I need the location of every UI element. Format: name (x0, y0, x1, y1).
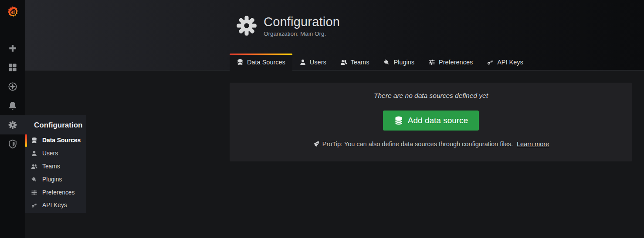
empty-datasources-panel: There are no data sources defined yet Ad… (230, 83, 632, 161)
gear-icon (235, 14, 258, 37)
page-content: There are no data sources defined yet Ad… (25, 83, 644, 161)
menu-item-api-keys[interactable]: API Keys (25, 199, 86, 212)
database-icon (237, 59, 244, 66)
protip-text: ProTip: You can also define data sources… (322, 141, 513, 147)
sidebar-item-dashboards[interactable] (0, 58, 25, 77)
dashboards-grid-icon (8, 63, 17, 72)
flyout-title: Configuration (25, 115, 86, 134)
rocket-icon (313, 141, 319, 147)
user-icon (31, 150, 37, 157)
key-icon (487, 59, 494, 66)
plug-icon (383, 59, 390, 66)
sidebar-item-alerting[interactable] (0, 96, 25, 115)
alerting-bell-icon (8, 101, 17, 111)
menu-item-preferences[interactable]: Preferences (25, 186, 86, 199)
grafana-app: Configuration Data Sources Users Teams P… (0, 0, 644, 238)
add-data-source-button[interactable]: Add data source (383, 111, 479, 131)
database-icon (31, 137, 37, 144)
plug-icon (31, 176, 37, 183)
tab-data-sources[interactable]: Data Sources (230, 54, 292, 70)
plus-icon (8, 44, 17, 53)
side-menu (0, 0, 25, 238)
side-nav (0, 39, 25, 154)
tab-plugins[interactable]: Plugins (376, 54, 421, 70)
tab-users[interactable]: Users (292, 54, 333, 70)
page-header: Configuration Organization: Main Org. Da… (25, 0, 644, 70)
sidebar-item-create[interactable] (0, 39, 25, 58)
menu-item-plugins[interactable]: Plugins (25, 173, 86, 186)
tab-preferences[interactable]: Preferences (421, 54, 480, 70)
tab-api-keys[interactable]: API Keys (480, 54, 530, 70)
page-title: Configuration (264, 14, 340, 29)
page-tabs: Data Sources Users Teams Plugins Prefere… (230, 54, 530, 70)
team-icon (31, 163, 37, 170)
menu-item-teams[interactable]: Teams (25, 160, 86, 173)
menu-item-users[interactable]: Users (25, 147, 86, 160)
sidebar-item-explore[interactable] (0, 77, 25, 96)
protip-row: ProTip: You can also define data sources… (313, 141, 549, 147)
sliders-icon (428, 59, 435, 66)
key-icon (31, 202, 37, 208)
user-icon (299, 59, 306, 66)
gear-icon (8, 120, 17, 130)
shield-icon (8, 139, 17, 149)
main-area: Configuration Organization: Main Org. Da… (25, 0, 644, 238)
sidebar-item-server-admin[interactable] (0, 134, 25, 154)
team-icon (340, 59, 347, 66)
database-icon (394, 116, 403, 125)
page-subtitle: Organization: Main Org. (264, 30, 340, 37)
sidebar-item-configuration[interactable] (0, 115, 25, 134)
configuration-flyout-menu: Configuration Data Sources Users Teams P… (25, 115, 86, 213)
grafana-logo-icon[interactable] (0, 0, 25, 20)
sliders-icon (31, 189, 37, 196)
empty-state-message: There are no data sources defined yet (374, 92, 488, 100)
menu-item-data-sources[interactable]: Data Sources (25, 134, 86, 147)
tab-teams[interactable]: Teams (333, 54, 376, 70)
learn-more-link[interactable]: Learn more (517, 141, 549, 147)
explore-compass-icon (8, 82, 17, 91)
